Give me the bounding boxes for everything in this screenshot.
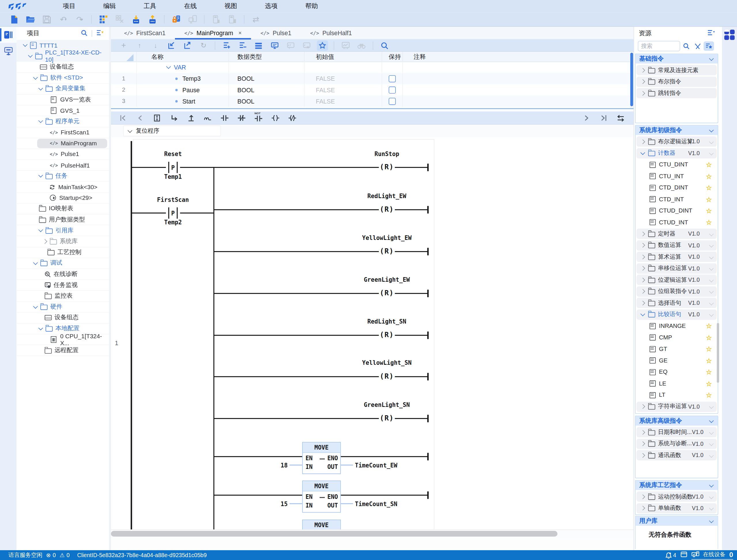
move-input-value[interactable]: 15 <box>266 500 288 507</box>
menu-edit[interactable]: 编辑 <box>89 2 130 10</box>
favorite-star-icon[interactable]: ☆ <box>706 357 712 364</box>
favorite-star-icon[interactable]: ☆ <box>706 207 712 215</box>
resource-function[interactable]: LT☆ <box>636 390 717 400</box>
variable-table-scrollbar[interactable] <box>630 52 633 108</box>
resource-folder[interactable]: 布尔指令 <box>636 76 717 87</box>
favorite-star-icon[interactable]: ☆ <box>706 184 712 191</box>
resource-function[interactable]: INRANGE☆ <box>636 321 717 331</box>
resource-folder[interactable]: 运动控制函数V1.0 <box>636 491 717 502</box>
goto-first-icon[interactable] <box>117 112 129 123</box>
tab-mainprogram[interactable]: </>MainProgram× <box>175 27 251 39</box>
resource-function[interactable]: GT☆ <box>636 344 717 354</box>
resources-sort-icon[interactable] <box>707 30 715 37</box>
favorite-star-icon[interactable]: ☆ <box>706 391 712 399</box>
contact-operand[interactable]: Temp2 <box>136 219 211 225</box>
refresh-icon[interactable]: ↻ <box>198 40 209 50</box>
menu-project[interactable]: 项目 <box>49 2 89 10</box>
binoculars-icon[interactable] <box>356 40 367 50</box>
download-to-plc-icon[interactable] <box>130 13 142 25</box>
tab-pulsehalf1[interactable]: </>PulseHalf1 <box>301 27 361 39</box>
section-header[interactable]: 系统库工艺指令 <box>635 481 718 490</box>
resources-edit-tools-icon[interactable] <box>692 42 703 51</box>
tree-item-maintask[interactable]: MainTask<30> <box>16 182 109 193</box>
resource-folder[interactable]: 常规及连接元素 <box>636 65 717 75</box>
section-collapse[interactable]: 复位程序 <box>123 125 221 136</box>
menu-online[interactable]: 在线 <box>170 2 211 10</box>
move-block[interactable]: MOVE ENENO INOUT <box>302 481 341 513</box>
move-input-value[interactable]: 18 <box>266 462 288 469</box>
comment-clear-icon[interactable] <box>301 40 312 50</box>
resource-folder-expanded[interactable]: 比较语句V1.0 <box>636 309 717 320</box>
negated-coil-icon[interactable] <box>287 112 298 123</box>
network-number[interactable]: 1 <box>111 339 122 346</box>
resource-folder[interactable]: 串移位运算V1.0 <box>636 263 717 273</box>
resource-function[interactable]: CTUD_DINT☆ <box>636 206 717 216</box>
var-group-row[interactable]: VAR <box>111 62 630 73</box>
menu-help[interactable]: 帮助 <box>292 2 332 10</box>
coil-label[interactable]: YellowLight_EW <box>349 234 424 241</box>
resource-function[interactable]: LE☆ <box>636 378 717 389</box>
tree-item-tasks[interactable]: 任务 <box>16 171 109 182</box>
section-header[interactable]: 基础指令 <box>635 54 718 64</box>
tree-item-software[interactable]: 软件 <STD> <box>16 73 109 84</box>
retain-checkbox[interactable] <box>389 97 396 104</box>
widgets-grid-icon[interactable] <box>724 30 735 40</box>
coil-label[interactable]: RunStop <box>349 151 424 157</box>
comment-display-icon[interactable] <box>269 40 280 50</box>
resource-folder[interactable]: 数值运算V1.0 <box>636 240 717 250</box>
favorite-star-icon[interactable]: ☆ <box>706 196 712 203</box>
tree-item-startup[interactable]: Startup<29> <box>16 193 109 204</box>
resources-favorite-filter-icon[interactable] <box>704 42 714 51</box>
tree-item-hardware[interactable]: 硬件 <box>16 302 109 313</box>
tree-item-plc[interactable]: PLC_1[T324-XE-CD-10] <box>16 51 109 62</box>
var-comment-cell[interactable] <box>403 73 630 84</box>
section-header[interactable]: 用户库 <box>635 516 718 526</box>
retain-checkbox[interactable] <box>389 75 396 82</box>
var-name-cell[interactable]: Pause <box>183 86 200 93</box>
tree-item-user-datatypes[interactable]: 用户数据类型 <box>16 215 109 225</box>
var-type-cell[interactable]: BOOL <box>229 84 305 95</box>
var-name-cell[interactable]: Start <box>183 97 196 104</box>
contact-operand[interactable]: Temp1 <box>136 173 211 180</box>
undo-icon[interactable]: ↶▾ <box>57 13 69 25</box>
resource-folder[interactable]: 跳转指令 <box>636 88 717 98</box>
tree-item-reference-libs[interactable]: 引用库 <box>16 225 109 236</box>
resource-folder[interactable]: 布尔逻辑运算V1.0 <box>636 136 717 147</box>
save-icon[interactable] <box>41 13 53 25</box>
var-init-cell[interactable]: FALSE <box>305 73 382 84</box>
comment-edit-icon[interactable] <box>285 40 296 50</box>
contact-label[interactable]: FirstScan <box>136 196 211 203</box>
insert-row-above-icon[interactable] <box>221 40 232 50</box>
tree-item-online-diagnosis[interactable]: 在线诊断 <box>16 269 109 280</box>
tab-pulse1[interactable]: </>Pulse1 <box>251 27 301 39</box>
ladder-hscrollbar[interactable] <box>111 529 633 538</box>
retain-checkbox[interactable] <box>389 86 396 93</box>
row-display-icon[interactable] <box>253 40 264 50</box>
coil-icon[interactable] <box>270 112 281 123</box>
project-explorer-icon[interactable] <box>0 27 16 43</box>
add-variable-icon[interactable]: + <box>118 40 129 50</box>
insert-branch-icon[interactable] <box>168 112 180 123</box>
var-row-pause[interactable]: 2 Pause BOOL FALSE <box>111 84 630 95</box>
tree-item-task-monitor[interactable]: 任务监视 <box>16 280 109 291</box>
var-type-cell[interactable]: BOOL <box>229 73 305 84</box>
compile-icon[interactable] <box>97 13 109 25</box>
device-compare-icon[interactable] <box>227 13 238 25</box>
coil-label[interactable]: GreenLight_SN <box>349 401 424 408</box>
tree-item-global-vars[interactable]: 全局变量集 <box>16 84 109 95</box>
var-type-cell[interactable]: BOOL <box>229 95 305 107</box>
reset-coil[interactable]: (R) <box>379 162 394 172</box>
resource-function[interactable]: CTU_DINT☆ <box>636 159 717 170</box>
tree-item-process-control[interactable]: 工艺控制 <box>16 247 109 258</box>
tree-item-device-config[interactable]: IIOO设备组态 <box>16 62 109 73</box>
resources-search-icon[interactable] <box>681 42 691 51</box>
tree-item-pulsehalf1[interactable]: </>PulseHalf1 <box>16 160 109 171</box>
reset-coil[interactable]: (R) <box>379 371 394 382</box>
contact-p-edge[interactable]: P <box>166 207 180 219</box>
select-all-corner[interactable] <box>127 54 134 61</box>
network-view-icon[interactable] <box>0 43 16 59</box>
favorite-filter-icon[interactable] <box>317 40 328 50</box>
resource-folder[interactable]: 算术运算V1.0 <box>636 251 717 262</box>
favorite-star-icon[interactable]: ☆ <box>706 368 712 376</box>
menu-view[interactable]: 视图 <box>211 2 251 10</box>
